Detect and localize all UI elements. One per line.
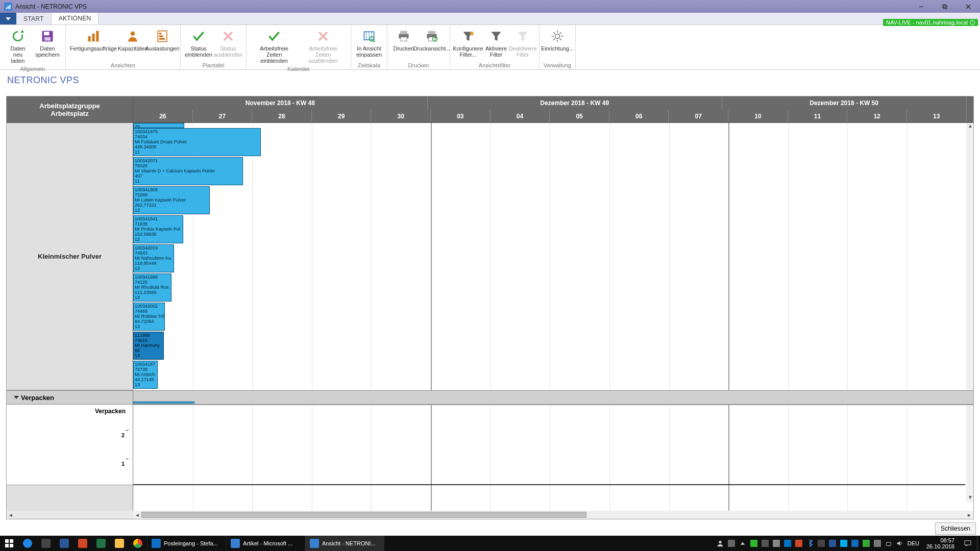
titlebar: Ansicht - NETRONIC VPS NAV-LIVE - nav01.… [0, 0, 980, 13]
druckansicht-button[interactable]: Druckansicht... [417, 26, 447, 61]
day-header[interactable]: 29 [312, 110, 372, 123]
auslastungen-button[interactable]: Auslastungen [148, 26, 177, 61]
svg-marker-57 [966, 545, 968, 546]
save-icon [40, 27, 55, 45]
taskbar-powerpoint-icon[interactable] [74, 536, 92, 551]
scrollbar-thumb[interactable] [141, 512, 586, 518]
day-header[interactable]: 05 [550, 110, 609, 123]
day-header[interactable]: 30 [371, 110, 431, 123]
taskbar-app[interactable]: Artikel - Microsoft ... [226, 536, 305, 551]
tray-up-icon[interactable] [739, 540, 746, 547]
fertigungsauftraege-button[interactable]: Fertigungsaufträge [69, 26, 118, 61]
resource-row-kleinmischer[interactable]: Kleinmischer Pulver [7, 123, 133, 390]
footer: Schliessen [935, 522, 976, 535]
horizontal-scrollbar[interactable]: ◄ ► [133, 511, 973, 519]
day-header[interactable]: 11 [788, 110, 848, 123]
taskbar-app[interactable]: Ansicht - NETRONI... [305, 536, 384, 551]
daten-neu-laden-button[interactable]: Daten neu laden [3, 26, 33, 65]
gantt-task[interactable]: 25 [133, 123, 184, 128]
week-header: Dezember 2018 - KW 49 [428, 96, 722, 110]
gantt-task[interactable]: 10034198674125MI Rhodiola Ros111.2306613 [133, 273, 172, 302]
day-header[interactable]: 26 [133, 110, 193, 123]
gantt-task[interactable]: 1003418772738MI Artisch44.1714513 [133, 361, 158, 389]
tray-volume-icon[interactable] [896, 540, 903, 547]
gantt-task[interactable]: 10034200274469MI Rotklee Trif84.7109413 [133, 303, 165, 331]
daten-speichern-button[interactable]: Daten speichern [33, 26, 62, 65]
action-center-icon[interactable] [959, 536, 977, 551]
svg-rect-13 [88, 36, 91, 42]
svg-marker-55 [897, 541, 900, 546]
taskbar-word-icon[interactable] [55, 536, 74, 551]
drucken-button[interactable]: Drucken [390, 26, 417, 61]
gantt-task[interactable]: 10034184171835MI Probio Kapseln Pul152.5… [133, 215, 183, 243]
y-tick-1: 1 [121, 461, 125, 467]
taskbar-explorer-icon[interactable] [110, 536, 129, 551]
tray-language[interactable]: DEU [908, 540, 919, 546]
app-icon [310, 539, 319, 548]
gantt-task[interactable]: 10034201974543MI Nahroderm Ka118.8544413 [133, 244, 174, 272]
gantt-task[interactable]: 10034190873288MI Lutein Kapseln Pulver26… [133, 186, 210, 214]
gantt-task[interactable]: 11196674616MI Harmony6613 [133, 332, 164, 360]
system-tray[interactable]: DEU [714, 540, 922, 547]
svg-rect-15 [96, 31, 99, 42]
vertical-scrollbar[interactable]: ▲▼ [966, 123, 973, 503]
tray-icon [728, 540, 735, 547]
in-ansicht-einpassen-button[interactable]: In Ansicht einpassen [354, 26, 384, 61]
maximize-button[interactable] [933, 0, 957, 13]
arbeitsfreie-einblenden-button[interactable]: Arbeitsfreie Zeiten einblenden [250, 26, 299, 65]
ribbon-group-allgemein: Daten neu laden Daten speichern Allgemei… [0, 25, 66, 69]
timeline-header[interactable]: November 2018 - KW 48Dezember 2018 - KW … [133, 96, 973, 123]
ribbon-group-label: Allgemein [20, 65, 45, 73]
file-dropdown[interactable] [0, 13, 16, 24]
day-header[interactable]: 10 [728, 110, 788, 123]
day-header[interactable]: 12 [847, 110, 907, 123]
taskbar-edge-icon[interactable] [18, 536, 37, 551]
gantt-plan-area[interactable]: ▲▼ 2510034197574034MI Folsäure Drops Pul… [133, 123, 973, 511]
schliessen-button[interactable]: Schliessen [935, 522, 976, 535]
svg-rect-4 [943, 5, 946, 8]
day-header[interactable]: 13 [907, 110, 967, 123]
konfiguriere-filter-button[interactable]: Konfiguriere Filter... [453, 26, 483, 61]
app-icon [4, 3, 12, 11]
day-header[interactable]: 03 [431, 110, 491, 123]
group-row-verpacken[interactable]: Verpacken [7, 390, 133, 405]
check-icon [191, 27, 206, 45]
taskbar-chrome-icon[interactable] [129, 536, 147, 551]
tray-network-icon[interactable] [885, 540, 892, 547]
windows-taskbar: Posteingang - Stefa...Artikel - Microsof… [0, 536, 980, 551]
day-header[interactable]: 07 [669, 110, 728, 123]
svg-rect-14 [92, 34, 94, 42]
taskbar-calc-icon[interactable] [37, 536, 55, 551]
close-button[interactable] [957, 0, 980, 13]
kapazitaeten-button[interactable]: Kapazitäten [118, 26, 148, 61]
day-header[interactable]: 27 [193, 110, 253, 123]
svg-point-16 [131, 31, 135, 36]
minimize-button[interactable] [910, 0, 933, 13]
taskbar-excel-icon[interactable] [92, 536, 110, 551]
start-button[interactable] [0, 536, 18, 551]
tray-icon [863, 540, 870, 547]
day-header[interactable]: 04 [491, 110, 550, 123]
taskbar-app[interactable]: Posteingang - Stefa... [147, 536, 226, 551]
gantt-task[interactable]: 10034207176028MI Vitamin D + Calcium Kap… [133, 157, 243, 185]
left-scroll-area[interactable]: ◄ [7, 511, 133, 519]
tab-start[interactable]: START [16, 13, 51, 24]
day-header[interactable]: 28 [252, 110, 312, 123]
svg-marker-37 [518, 32, 527, 41]
app-icon [152, 539, 161, 548]
aktiviere-filter-button[interactable]: Aktiviere Filter [483, 26, 509, 61]
resource-column: Kleinmischer Pulver Verpacken Verpacken … [7, 123, 133, 511]
x-icon [221, 27, 235, 45]
gantt-task[interactable]: 10034197574034MI Folsäure Drops Pulver48… [133, 128, 261, 156]
svg-line-26 [373, 40, 375, 42]
show-desktop-button[interactable] [977, 536, 980, 551]
svg-marker-52 [740, 542, 745, 544]
ribbon-tabstrip: START AKTIONEN [0, 13, 980, 25]
day-header[interactable]: 06 [609, 110, 669, 123]
status-einblenden-button[interactable]: Status einblenden [184, 26, 213, 61]
einrichtung-button[interactable]: Einrichtung... [543, 26, 572, 61]
collapse-icon [14, 396, 19, 399]
tab-aktionen[interactable]: AKTIONEN [51, 13, 99, 24]
taskbar-clock[interactable]: 08:57 26.10.2018 [922, 537, 959, 549]
svg-rect-19 [159, 35, 163, 37]
